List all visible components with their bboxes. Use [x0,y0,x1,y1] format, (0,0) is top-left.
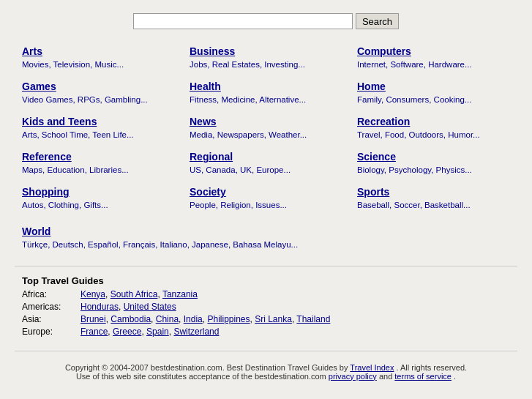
travel-region-americas: Americas: [22,302,80,312]
category-news: News Media, Newspapers, Weather... [182,111,350,146]
travel-region-europe: Europe: [22,327,80,337]
travel-region-asia: Asia: [22,314,80,324]
link-honduras[interactable]: Honduras [80,302,119,312]
category-title-home[interactable]: Home [357,81,386,92]
category-title-news[interactable]: News [190,116,217,127]
travel-section-title: Top Travel Guides [22,275,510,286]
footer-privacy-link[interactable]: privacy policy [329,372,377,381]
category-links-health: Fitness, Medicine, Alternative... [190,94,342,105]
footer-travel-index-link[interactable]: Travel Index [350,363,394,372]
divider-1 [15,266,517,266]
category-computers: Computers Internet, Software, Hardware..… [350,41,517,76]
footer-period: . [454,372,456,381]
link-france[interactable]: France [80,327,108,337]
footer-line2: Use of this web site constitutes accepta… [22,372,510,381]
search-input[interactable] [133,13,353,29]
category-links-shopping: Autos, Clothing, Gifts... [22,199,175,211]
travel-row-europe: Europe: France, Greece, Spain, Switzerla… [22,327,510,337]
page-wrapper: Search Arts Movies, Television, Music...… [0,0,532,399]
travel-row-asia: Asia: Brunei, Cambodia, China, India, Ph… [22,314,510,324]
link-china[interactable]: China [156,314,179,324]
footer-line1: Copyright © 2004-2007 bestdestination.co… [22,363,510,372]
category-title-health[interactable]: Health [190,81,221,92]
category-shopping: Shopping Autos, Clothing, Gifts... [15,182,182,217]
travel-row-americas: Americas: Honduras, United States [22,302,510,312]
footer-use-text: Use of this web site constitutes accepta… [76,372,326,381]
travel-links-europe: France, Greece, Spain, Switzerland [80,327,219,337]
category-business: Business Jobs, Real Estates, Investing..… [182,41,350,76]
category-links-computers: Internet, Software, Hardware... [357,59,510,70]
category-recreation: Recreation Travel, Food, Outdoors, Humor… [350,111,517,146]
travel-section: Top Travel Guides Africa: Kenya, South A… [15,272,517,342]
category-games: Games Video Games, RPGs, Gambling... [15,76,182,111]
link-india[interactable]: India [184,314,203,324]
category-title-reference[interactable]: Reference [22,151,72,163]
category-title-sports[interactable]: Sports [357,186,389,198]
category-title-games[interactable]: Games [22,81,56,92]
category-reference: Reference Maps, Education, Libraries... [15,146,182,182]
footer-copyright: Copyright © 2004-2007 bestdestination.co… [65,363,348,372]
category-title-regional[interactable]: Regional [190,151,233,163]
travel-links-americas: Honduras, United States [80,302,176,312]
category-links-games: Video Games, RPGs, Gambling... [22,94,175,105]
link-greece[interactable]: Greece [113,327,141,337]
category-title-shopping[interactable]: Shopping [22,186,70,198]
link-spain[interactable]: Spain [146,327,169,337]
link-sri-lanka[interactable]: Sri Lanka [255,314,292,324]
travel-links-africa: Kenya, South Africa, Tanzania [80,289,198,299]
category-links-world: Türkçe, Deutsch, Español, Français, Ital… [22,239,510,250]
link-brunei[interactable]: Brunei [80,314,106,324]
link-switzerland[interactable]: Switzerland [173,327,219,337]
category-links-kids-teens: Arts, School Time, Teen Life... [22,129,175,141]
category-arts: Arts Movies, Television, Music... [15,41,182,76]
link-kenya[interactable]: Kenya [80,289,105,299]
category-science: Science Biology, Psychology, Physics... [350,146,517,182]
footer-terms-link[interactable]: terms of service [394,372,452,381]
footer-rights: . All rights reserved. [397,363,468,372]
category-title-computers[interactable]: Computers [357,45,411,57]
link-philippines[interactable]: Philippines [207,314,250,324]
link-cambodia[interactable]: Cambodia [110,314,151,324]
link-south-africa[interactable]: South Africa [110,289,158,299]
category-links-regional: US, Canada, UK, Europe... [190,164,342,176]
category-title-arts[interactable]: Arts [22,45,42,57]
category-links-society: People, Religion, Issues... [190,199,342,211]
category-title-kids-teens[interactable]: Kids and Teens [22,116,97,127]
link-tanzania[interactable]: Tanzania [162,289,198,299]
category-links-sports: Baseball, Soccer, Basketball... [357,199,510,211]
category-links-arts: Movies, Television, Music... [22,59,175,70]
category-home: Home Family, Consumers, Cooking... [350,76,517,111]
link-thailand[interactable]: Thailand [296,314,330,324]
category-health: Health Fitness, Medicine, Alternative... [182,76,350,111]
category-title-science[interactable]: Science [357,151,396,163]
category-society: Society People, Religion, Issues... [182,182,350,217]
footer-and: and [379,372,392,381]
category-title-society[interactable]: Society [190,186,226,198]
category-links-science: Biology, Psychology, Physics... [357,164,510,176]
categories-grid: Arts Movies, Television, Music... Busine… [15,41,517,217]
category-links-business: Jobs, Real Estates, Investing... [190,59,342,70]
category-regional: Regional US, Canada, UK, Europe... [182,146,350,182]
category-links-home: Family, Consumers, Cooking... [357,94,510,105]
link-united-states[interactable]: United States [124,302,176,312]
category-links-recreation: Travel, Food, Outdoors, Humor... [357,129,510,141]
travel-region-africa: Africa: [22,289,80,299]
category-title-world[interactable]: World [22,225,50,237]
search-button[interactable]: Search [356,13,399,29]
category-title-recreation[interactable]: Recreation [357,116,410,127]
travel-links-asia: Brunei, Cambodia, China, India, Philippi… [80,314,330,324]
world-section: World Türkçe, Deutsch, Español, Français… [15,223,517,259]
category-kids-teens: Kids and Teens Arts, School Time, Teen L… [15,111,182,146]
search-bar: Search [15,7,517,41]
category-title-business[interactable]: Business [190,45,235,57]
footer: Copyright © 2004-2007 bestdestination.co… [15,351,517,387]
travel-row-africa: Africa: Kenya, South Africa, Tanzania [22,289,510,299]
category-sports: Sports Baseball, Soccer, Basketball... [350,182,517,217]
category-links-reference: Maps, Education, Libraries... [22,164,175,176]
category-links-news: Media, Newspapers, Weather... [190,129,342,141]
